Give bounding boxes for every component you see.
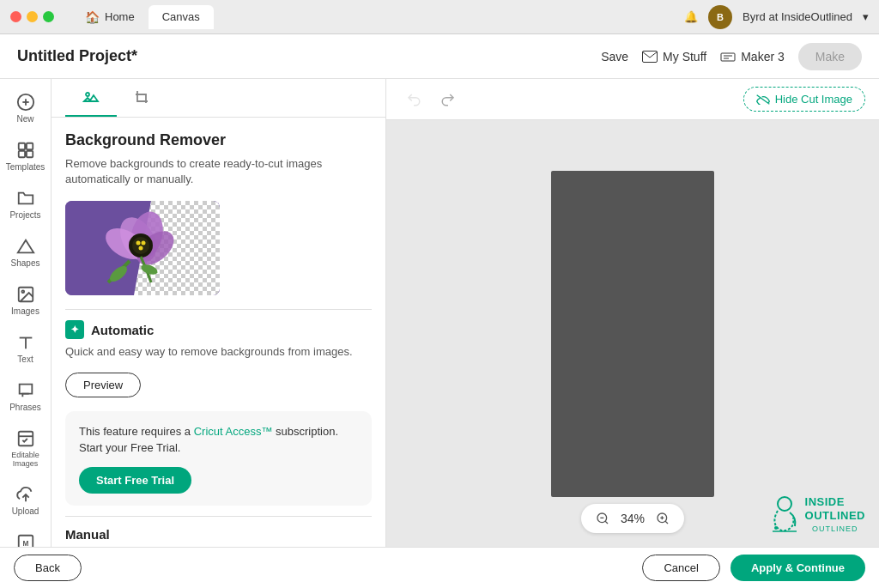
envelope-icon [642, 51, 658, 63]
shapes-icon [16, 237, 35, 256]
sidebar-item-shapes[interactable]: Shapes [4, 230, 47, 275]
svg-point-13 [21, 290, 24, 293]
folder-icon [16, 189, 35, 208]
project-title: Untitled Project* [17, 47, 137, 65]
apply-continue-button[interactable]: Apply & Continue [730, 555, 865, 581]
panel-content: Background Remover Remove backgrounds to… [52, 118, 385, 547]
upload-icon [16, 485, 35, 504]
eye-off-icon [756, 94, 770, 105]
close-button[interactable] [10, 11, 21, 22]
svg-rect-10 [26, 151, 32, 157]
home-icon: 🏠 [85, 10, 100, 24]
image-icon [16, 285, 35, 304]
notification-bell[interactable]: 🔔 [684, 10, 698, 23]
canvas-image [551, 171, 714, 497]
monogram-icon: M [16, 533, 35, 547]
tab-list: 🏠 Home Canvas [71, 5, 214, 29]
redo-button[interactable] [434, 86, 462, 113]
automatic-title: Automatic [91, 323, 154, 337]
sidebar-item-text[interactable]: Text [4, 326, 47, 371]
divider-1 [65, 309, 372, 310]
sidebar-item-monogram[interactable]: M Monogram [4, 526, 47, 547]
svg-marker-11 [17, 240, 33, 253]
start-free-trial-button[interactable]: Start Free Trial [79, 467, 191, 494]
flower-preview-svg [65, 201, 220, 295]
flower-preview-image [65, 201, 220, 295]
panel-title: Background Remover [65, 131, 372, 149]
sidebar-item-upload-label: Upload [12, 506, 39, 516]
back-button[interactable]: Back [14, 555, 82, 581]
title-bar-right: 🔔 B Byrd at InsideOutlined ▾ [684, 5, 869, 29]
svg-point-34 [132, 237, 149, 254]
content-area: New Templates Projects Shapes Images [0, 79, 879, 547]
my-stuff-button[interactable]: My Stuff [642, 50, 706, 64]
sidebar-item-images[interactable]: Images [4, 278, 47, 323]
maximize-button[interactable] [43, 11, 54, 22]
sidebar-item-shapes-label: Shapes [11, 258, 40, 268]
sidebar-item-projects-label: Projects [9, 210, 40, 220]
automatic-section-header: ✦ Automatic [65, 320, 372, 339]
canvas-toolbar: Hide Cut Image [386, 79, 879, 120]
panel-description: Remove backgrounds to create ready-to-cu… [65, 156, 372, 187]
cricut-access-link[interactable]: Cricut Access™ [194, 425, 273, 438]
chevron-down-icon[interactable]: ▾ [863, 10, 869, 23]
hide-cut-image-label: Hide Cut Image [775, 93, 852, 106]
redo-icon [440, 92, 456, 107]
templates-icon [16, 141, 35, 160]
cta-box: This feature requires a Cricut Access™ s… [65, 411, 372, 506]
svg-point-49 [774, 526, 778, 530]
zoom-out-icon [596, 512, 609, 525]
svg-point-35 [136, 241, 141, 246]
automatic-description: Quick and easy way to remove backgrounds… [65, 344, 372, 360]
sidebar-item-templates-label: Templates [6, 162, 45, 172]
title-bar: 🏠 Home Canvas 🔔 B Byrd at InsideOutlined… [0, 0, 879, 34]
traffic-lights [10, 11, 54, 22]
sidebar-item-new[interactable]: New [4, 86, 47, 130]
preview-button[interactable]: Preview [65, 373, 141, 397]
tab-crop[interactable] [117, 79, 168, 117]
text-icon [16, 333, 35, 352]
editable-images-icon [16, 429, 35, 448]
divider-2 [65, 516, 372, 517]
sidebar-item-editable-images[interactable]: Editable Images [4, 422, 47, 475]
svg-text:M: M [22, 540, 28, 547]
svg-line-46 [665, 521, 668, 524]
cancel-button[interactable]: Cancel [642, 555, 719, 581]
zoom-percent: 34% [621, 512, 645, 525]
sidebar-item-text-label: Text [17, 355, 33, 364]
sidebar-item-phrases[interactable]: Phrases [4, 374, 47, 419]
svg-point-21 [86, 93, 89, 96]
automatic-icon: ✦ [65, 320, 84, 339]
watermark-sub: outlined [805, 524, 865, 533]
header-actions: Save My Stuff Maker 3 Make [601, 43, 862, 70]
tab-background-remover[interactable] [65, 79, 117, 117]
tab-home[interactable]: 🏠 Home [71, 5, 149, 29]
undo-icon [406, 92, 421, 107]
bottom-bar-right: Cancel Apply & Continue [642, 555, 865, 581]
canvas-main: 34% [386, 120, 879, 547]
tab-home-label: Home [105, 10, 135, 23]
manual-heading: Manual [65, 527, 372, 542]
svg-rect-9 [18, 151, 24, 157]
undo-button[interactable] [400, 86, 427, 113]
sidebar-item-templates[interactable]: Templates [4, 134, 47, 179]
watermark-logo-icon [769, 495, 800, 533]
panel: Background Remover Remove backgrounds to… [52, 79, 386, 547]
bottom-bar: Back Cancel Apply & Continue [0, 547, 879, 588]
save-button[interactable]: Save [601, 50, 628, 64]
zoom-in-button[interactable] [653, 509, 672, 528]
sidebar-item-projects[interactable]: Projects [4, 182, 47, 227]
hide-cut-image-button[interactable]: Hide Cut Image [743, 87, 865, 112]
svg-point-36 [142, 241, 146, 246]
plus-icon [16, 93, 35, 112]
svg-rect-16 [18, 432, 33, 446]
zoom-control: 34% [581, 504, 684, 533]
svg-rect-0 [643, 51, 658, 62]
maker-icon [720, 51, 736, 63]
maker-button[interactable]: Maker 3 [720, 50, 785, 64]
app-header: Untitled Project* Save My Stuff Maker 3 … [0, 34, 879, 79]
tab-canvas[interactable]: Canvas [149, 5, 214, 29]
zoom-out-button[interactable] [593, 509, 612, 528]
sidebar-item-upload[interactable]: Upload [4, 478, 47, 523]
minimize-button[interactable] [27, 11, 38, 22]
